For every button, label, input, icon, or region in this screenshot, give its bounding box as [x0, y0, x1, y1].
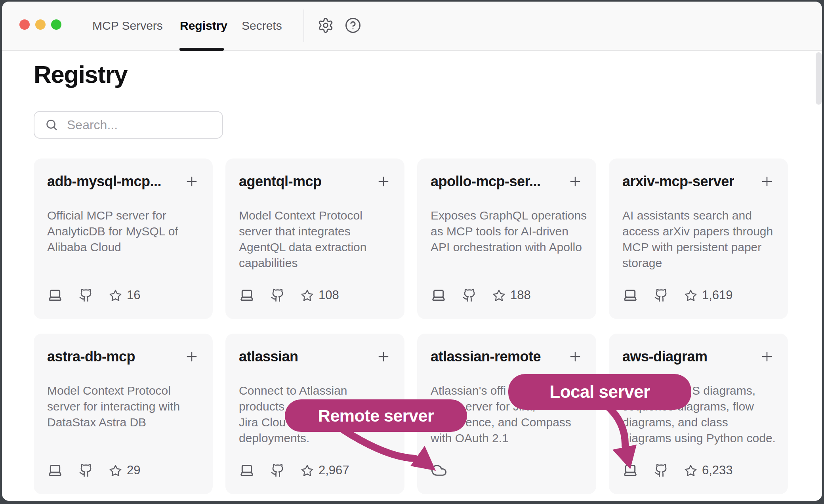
laptop-icon	[239, 462, 255, 478]
server-description-line: storage	[622, 255, 774, 271]
laptop-icon	[239, 287, 255, 303]
star-count: 29	[127, 463, 140, 477]
minimize-button[interactable]	[35, 19, 46, 30]
server-name: atlassian-remote	[431, 348, 541, 365]
add-server-icon[interactable]	[759, 174, 774, 189]
add-server-icon[interactable]	[376, 349, 391, 364]
server-card[interactable]: astra-db-mcp Model Context Protocolserve…	[34, 334, 213, 494]
github-icon	[79, 288, 93, 302]
server-description-line: MCP with persistent paper	[622, 239, 774, 255]
server-card-footer: 29	[47, 462, 140, 478]
star-count: 108	[319, 288, 339, 302]
search-input[interactable]: Search...	[34, 111, 223, 139]
laptop-icon	[431, 287, 446, 303]
page-title: Registry	[34, 60, 127, 88]
server-description-line: with OAuth 2.1	[431, 430, 583, 446]
server-description-line: Exposes GraphQL operations	[431, 208, 583, 223]
server-description: Model Context Protocolserver that integr…	[239, 208, 391, 271]
server-card[interactable]: adb-mysql-mcp... Official MCP server for…	[34, 158, 213, 319]
server-card-footer: 108	[239, 287, 339, 303]
local-server-callout: Local server	[508, 374, 691, 410]
star-count: 6,233	[702, 463, 733, 477]
server-name: astra-db-mcp	[47, 348, 135, 365]
server-description: Official MCP server forAnalyticDB for My…	[47, 208, 199, 255]
server-name: adb-mysql-mcp...	[47, 173, 161, 190]
server-card-footer: 16	[47, 287, 140, 303]
star-count: 2,967	[319, 463, 349, 477]
gear-icon[interactable]	[317, 17, 334, 34]
github-icon	[654, 463, 668, 477]
star-icon	[684, 464, 697, 477]
server-description-line: API orchestration with Apollo	[431, 239, 583, 255]
server-name: aws-diagram	[622, 348, 708, 365]
server-description-line: Model Context Protocol	[47, 383, 199, 399]
server-card[interactable]: agentql-mcp Model Context Protocolserver…	[225, 158, 404, 319]
server-description-line: diagrams, and class	[622, 414, 774, 430]
star-icon	[109, 289, 122, 302]
help-icon[interactable]	[345, 17, 361, 34]
github-icon	[462, 288, 477, 302]
search-placeholder: Search...	[67, 118, 118, 132]
server-description-line: Alibaba Cloud	[47, 239, 199, 255]
server-card-grid: adb-mysql-mcp... Official MCP server for…	[34, 158, 788, 494]
server-description-line: deployments.	[239, 430, 391, 446]
github-icon	[271, 288, 285, 302]
server-card-footer: 6,233	[622, 462, 733, 478]
scrollbar-thumb[interactable]	[816, 52, 822, 105]
app-window: MCP Servers Registry Secrets Registry Se…	[2, 2, 822, 501]
active-tab-underline	[179, 48, 224, 51]
server-card-footer: 188	[431, 287, 531, 303]
search-icon	[45, 118, 58, 132]
server-description-line: capabilities	[239, 255, 391, 271]
cloud-icon	[431, 462, 447, 479]
add-server-icon[interactable]	[759, 349, 774, 364]
add-server-icon[interactable]	[376, 174, 391, 189]
star-icon	[492, 289, 505, 302]
star-icon	[301, 464, 314, 477]
tab-registry[interactable]: Registry	[180, 2, 227, 50]
remote-server-callout: Remote server	[285, 399, 467, 432]
server-card[interactable]: arxiv-mcp-server AI assistants search an…	[609, 158, 788, 319]
star-icon	[301, 289, 314, 302]
server-card-footer: 2,967	[239, 462, 349, 478]
server-description-line: as MCP tools for AI-driven	[431, 223, 583, 239]
star-icon	[684, 289, 697, 302]
server-description-line: access arXiv papers through	[622, 223, 774, 239]
server-description: Model Context Protocolserver for interac…	[47, 383, 199, 430]
tab-secrets[interactable]: Secrets	[242, 2, 282, 50]
laptop-icon	[622, 287, 638, 303]
server-card[interactable]: aws-diagram S diagrams,sequence diagrams…	[609, 334, 788, 494]
add-server-icon[interactable]	[184, 349, 199, 364]
tab-mcp-servers[interactable]: MCP Servers	[92, 2, 163, 50]
server-description: Exposes GraphQL operationsas MCP tools f…	[431, 208, 583, 255]
zoom-button[interactable]	[51, 19, 61, 30]
server-name: atlassian	[239, 348, 298, 365]
server-description-line: Official MCP server for	[47, 208, 199, 223]
server-card-footer	[431, 462, 447, 478]
star-count: 16	[127, 288, 140, 302]
server-card[interactable]: apollo-mcp-ser... Exposes GraphQL operat…	[417, 158, 596, 319]
star-count: 188	[510, 288, 531, 302]
star-count: 1,619	[702, 288, 733, 302]
server-name: agentql-mcp	[239, 173, 322, 190]
server-card-footer: 1,619	[622, 287, 733, 303]
add-server-icon[interactable]	[568, 349, 583, 364]
github-icon	[79, 463, 93, 477]
server-description: AI assistants search andaccess arXiv pap…	[622, 208, 774, 271]
server-name: apollo-mcp-ser...	[431, 173, 541, 190]
server-description-line: server for interacting with	[47, 399, 199, 414]
laptop-icon	[47, 287, 63, 303]
github-icon	[271, 463, 285, 477]
server-description-line: Model Context Protocol	[239, 208, 391, 223]
server-description-line: diagrams using Python code.	[622, 430, 774, 446]
server-description-line: Connect to Atlassian	[239, 383, 391, 399]
star-icon	[109, 464, 122, 477]
close-button[interactable]	[19, 19, 30, 30]
add-server-icon[interactable]	[184, 174, 199, 189]
server-description-line: AnalyticDB for MySQL of	[47, 223, 199, 239]
server-description-line: AI assistants search and	[622, 208, 774, 223]
laptop-icon	[47, 462, 63, 478]
server-description-line: server that integrates	[239, 223, 391, 239]
add-server-icon[interactable]	[568, 174, 583, 189]
server-name: arxiv-mcp-server	[622, 173, 734, 190]
